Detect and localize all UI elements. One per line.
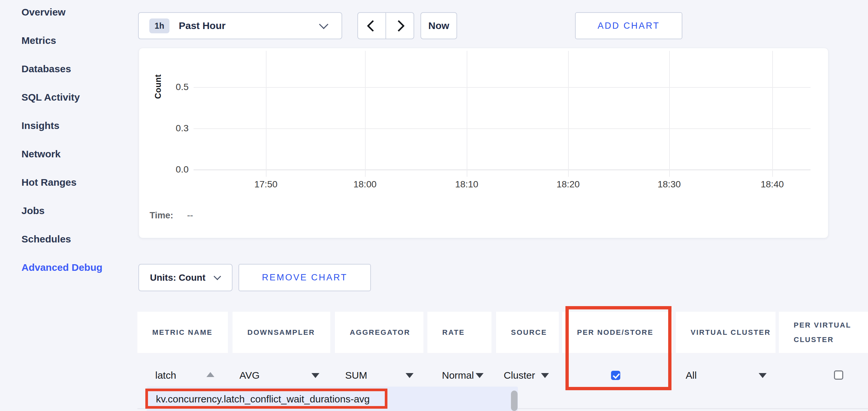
gridline-x-1800	[365, 51, 366, 177]
rate-select[interactable]: Normal	[442, 370, 474, 381]
time-readout-value: --	[187, 210, 193, 220]
gridline-x-1750	[266, 51, 267, 177]
time-readout-label: Time:	[150, 210, 174, 220]
dropdown-scrollbar[interactable]	[511, 390, 518, 411]
caret-down-icon[interactable]	[759, 373, 767, 378]
sidebar-item-insights[interactable]: Insights	[22, 117, 59, 134]
gridline-y-0.3	[193, 128, 810, 129]
col-header-per-node-store: PER NODE/STORE	[562, 312, 673, 353]
remove-chart-label: REMOVE CHART	[262, 272, 347, 283]
gridline-x-1840	[772, 51, 773, 177]
col-header-virtual-cluster: VIRTUAL CLUSTER	[676, 312, 776, 353]
gridline-y-0.5	[193, 87, 810, 88]
now-button-label: Now	[428, 20, 449, 31]
sidebar-item-jobs[interactable]: Jobs	[22, 203, 44, 219]
gridline-x-1820	[568, 51, 569, 177]
gridline-y-0.0	[193, 170, 810, 170]
aggregator-select[interactable]: SUM	[345, 370, 367, 381]
source-select[interactable]: Cluster	[504, 370, 535, 381]
col-header-metric-name: METRIC NAME	[137, 312, 228, 353]
x-tick-label: 18:10	[455, 179, 478, 190]
sidebar-item-sql-activity[interactable]: SQL Activity	[22, 89, 80, 106]
metric-name-input[interactable]: latch	[155, 370, 176, 381]
x-tick-label: 18:40	[761, 179, 784, 190]
col-header-source: SOURCE	[496, 312, 559, 353]
chevron-left-icon	[367, 20, 378, 31]
col-header-aggregator: AGGREGATOR	[335, 312, 424, 353]
time-range-badge: 1h	[149, 19, 169, 33]
sidebar-item-network[interactable]: Network	[22, 146, 60, 162]
x-tick-label: 18:30	[658, 179, 681, 190]
sidebar-item-databases[interactable]: Databases	[22, 61, 71, 77]
caret-down-icon[interactable]	[311, 373, 319, 378]
y-tick-label: 0.5	[159, 81, 189, 93]
units-select-label: Units: Count	[150, 272, 206, 283]
caret-down-icon[interactable]	[541, 373, 549, 378]
time-step-control	[358, 12, 414, 39]
x-tick-label: 18:20	[557, 179, 580, 190]
downsampler-select[interactable]: AVG	[240, 370, 259, 381]
virtual-cluster-select[interactable]: All	[686, 370, 696, 381]
chevron-down-icon	[319, 20, 328, 29]
sidebar-item-schedules[interactable]: Schedules	[22, 231, 71, 247]
caret-down-icon[interactable]	[406, 373, 413, 378]
per-node-store-checkbox[interactable]	[611, 371, 620, 380]
per-virtual-cluster-checkbox[interactable]	[834, 370, 843, 380]
time-range-label: Past Hour	[179, 20, 225, 31]
chevron-down-icon	[214, 272, 221, 280]
now-button[interactable]: Now	[421, 12, 457, 39]
add-chart-button[interactable]: ADD CHART	[575, 12, 682, 39]
gridline-x-1810	[467, 51, 467, 177]
sidebar-item-overview[interactable]: Overview	[22, 4, 65, 21]
metric-suggestion-item[interactable]: kv.concurrency.latch_conflict_wait_durat…	[156, 393, 370, 405]
units-select[interactable]: Units: Count	[138, 264, 232, 291]
remove-chart-button[interactable]: REMOVE CHART	[239, 264, 371, 291]
col-header-per-virtual-cluster: PER VIRTUAL CLUSTER	[779, 312, 868, 353]
y-tick-label: 0.0	[159, 164, 189, 175]
sidebar-item-hot-ranges[interactable]: Hot Ranges	[22, 174, 76, 191]
caret-up-icon[interactable]	[207, 372, 214, 377]
x-tick-label: 17:50	[254, 179, 277, 190]
time-range-select[interactable]: 1h Past Hour	[138, 12, 342, 39]
sidebar-item-metrics[interactable]: Metrics	[22, 32, 56, 49]
x-tick-label: 18:00	[353, 179, 376, 190]
col-header-downsampler: DOWNSAMPLER	[232, 312, 330, 353]
caret-down-icon[interactable]	[476, 373, 484, 378]
custom-chart-debug-page: Overview Metrics Databases SQL Activity …	[0, 0, 868, 411]
time-back-button[interactable]	[358, 13, 386, 39]
add-chart-label: ADD CHART	[597, 21, 660, 31]
chart-panel: Count 0.5 0.3 0.0 17:50 18:00 18:10 18:2…	[139, 48, 828, 238]
sidebar-item-advanced-debug[interactable]: Advanced Debug	[22, 259, 102, 276]
y-tick-label: 0.3	[159, 123, 189, 134]
col-header-rate: RATE	[427, 312, 492, 353]
chevron-right-icon	[393, 20, 405, 31]
time-readout: Time:--	[150, 210, 193, 221]
time-forward-button[interactable]	[386, 13, 413, 39]
gridline-x-1830	[669, 51, 670, 177]
